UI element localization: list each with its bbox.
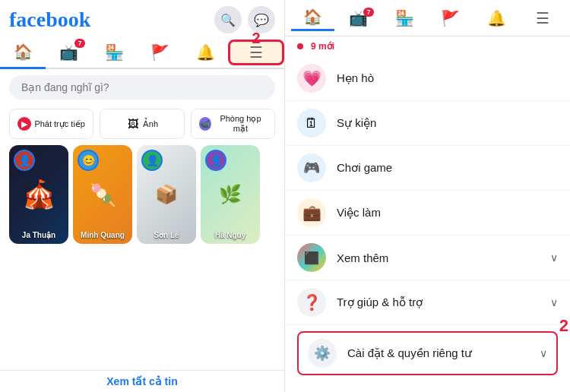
events-label: Sự kiện bbox=[337, 116, 558, 130]
right-nav-bell[interactable]: 🔔 bbox=[475, 6, 518, 30]
settings-highlighted-wrap: ⚙️ Cài đặt & quyền riêng tư ∨ 2 bbox=[291, 328, 564, 378]
post-input[interactable] bbox=[9, 75, 275, 100]
photo-button[interactable]: 🖼 Ảnh bbox=[100, 109, 184, 139]
right-marketplace-icon: 🏪 bbox=[395, 9, 414, 27]
story-label: Sơn Lê bbox=[137, 231, 196, 239]
dating-label: Hẹn hò bbox=[337, 71, 558, 85]
photo-label: Ảnh bbox=[143, 119, 158, 129]
story-item[interactable]: 🍡 😊 Minh Quang bbox=[73, 145, 132, 244]
left-header: facebook 🔍 💬 bbox=[0, 0, 284, 36]
video-badge: 7 bbox=[74, 39, 85, 48]
right-nav-marketplace[interactable]: 🏪 bbox=[383, 6, 426, 30]
nav-groups[interactable]: 🚩 bbox=[137, 37, 182, 68]
story-avatar: 👤 bbox=[205, 150, 226, 171]
jobs-label: Việc làm bbox=[337, 206, 558, 220]
more-icon: ⬛ bbox=[297, 243, 326, 272]
search-icon: 🔍 bbox=[220, 13, 236, 27]
story-label: Minh Quang bbox=[73, 231, 132, 239]
live-icon: ▶ bbox=[17, 117, 31, 131]
facebook-logo: facebook bbox=[9, 8, 90, 32]
bell-icon: 🔔 bbox=[196, 43, 215, 62]
nav-bar: 🏠 📺 7 🏪 🚩 🔔 2 ☰ bbox=[0, 36, 284, 69]
marketplace-icon: 🏪 bbox=[105, 43, 124, 62]
story-avatar: 👤 bbox=[14, 150, 35, 171]
right-nav-video[interactable]: 📺 7 bbox=[337, 6, 381, 30]
more-chevron: ∨ bbox=[550, 251, 558, 264]
nav-menu[interactable]: 2 ☰ bbox=[228, 40, 284, 65]
story-avatar: 😊 bbox=[78, 150, 99, 171]
story-label: Ja Thuận bbox=[9, 231, 68, 239]
right-nav-flag[interactable]: 🚩 bbox=[429, 6, 473, 30]
nav-video[interactable]: 📺 7 bbox=[46, 37, 91, 68]
settings-icon: ⚙️ bbox=[308, 339, 337, 368]
home-icon: 🏠 bbox=[14, 43, 33, 61]
dating-icon: 💗 bbox=[297, 64, 326, 93]
games-menu-item[interactable]: 🎮 Chơi game bbox=[285, 146, 570, 191]
story-item[interactable]: 🌿 👤 Hà Nguy bbox=[201, 145, 260, 244]
left-panel: facebook 🔍 💬 🏠 📺 7 🏪 🚩 🔔 2 bbox=[0, 0, 285, 392]
right-flag-icon: 🚩 bbox=[441, 9, 460, 27]
flag-icon: 🚩 bbox=[150, 43, 169, 62]
help-menu-item[interactable]: ❓ Trợ giúp & hỗ trợ ∨ bbox=[285, 280, 570, 325]
settings-chevron: ∨ bbox=[540, 347, 547, 359]
step2-label: 2 bbox=[559, 316, 568, 336]
story-label: Hà Nguy bbox=[201, 231, 260, 239]
story-item[interactable]: 📦 👤 Sơn Lê bbox=[137, 145, 196, 244]
notification-area: 9 mới bbox=[285, 36, 570, 56]
right-video-badge: 7 bbox=[363, 8, 374, 17]
nav-marketplace[interactable]: 🏪 bbox=[91, 37, 137, 68]
messenger-icon: 💬 bbox=[254, 13, 269, 27]
see-all-button[interactable]: Xem tất cả tin bbox=[0, 370, 284, 392]
right-home-icon: 🏠 bbox=[303, 8, 322, 26]
post-search-wrap bbox=[0, 69, 284, 106]
more-label: Xem thêm bbox=[337, 251, 540, 264]
nav-notifications[interactable]: 🔔 bbox=[182, 37, 228, 68]
room-icon: 📹 bbox=[199, 117, 211, 131]
room-button[interactable]: 📹 Phòng họp mặt bbox=[191, 109, 275, 139]
games-icon: 🎮 bbox=[297, 153, 326, 182]
right-panel: 🏠 📺 7 🏪 🚩 🔔 ☰ 9 mới 💗 Hẹn hò 🗓 Sự kiện bbox=[285, 0, 570, 392]
header-icons: 🔍 💬 bbox=[214, 6, 275, 33]
jobs-icon: 💼 bbox=[297, 198, 326, 227]
step1-label: 2 bbox=[252, 30, 260, 47]
events-icon: 🗓 bbox=[297, 109, 326, 138]
right-bell-icon: 🔔 bbox=[487, 9, 506, 27]
jobs-menu-item[interactable]: 💼 Việc làm bbox=[285, 191, 570, 236]
right-menu-icon: ☰ bbox=[536, 9, 549, 27]
help-label: Trợ giúp & hỗ trợ bbox=[337, 296, 540, 309]
help-icon: ❓ bbox=[297, 288, 326, 317]
more-menu-item[interactable]: ⬛ Xem thêm ∨ bbox=[285, 236, 570, 280]
quick-actions: ▶ Phát trực tiếp 🖼 Ảnh 📹 Phòng họp mặt bbox=[0, 106, 284, 145]
live-button[interactable]: ▶ Phát trực tiếp bbox=[9, 109, 93, 139]
dating-menu-item[interactable]: 💗 Hẹn hò bbox=[285, 56, 570, 101]
notification-text: 9 mới bbox=[311, 41, 334, 52]
games-label: Chơi game bbox=[337, 161, 558, 175]
settings-label: Cài đặt & quyền riêng tư bbox=[347, 346, 529, 360]
search-button[interactable]: 🔍 bbox=[214, 6, 242, 33]
right-nav: 🏠 📺 7 🏪 🚩 🔔 ☰ bbox=[285, 0, 570, 36]
stories-section: 🎪 👤 Ja Thuận 🍡 😊 Minh Quang 📦 👤 Sơn Lê 🌿 bbox=[0, 145, 284, 250]
photo-icon: 🖼 bbox=[126, 117, 140, 131]
settings-menu-item[interactable]: ⚙️ Cài đặt & quyền riêng tư ∨ bbox=[297, 331, 558, 375]
live-label: Phát trực tiếp bbox=[34, 119, 85, 129]
events-menu-item[interactable]: 🗓 Sự kiện bbox=[285, 101, 570, 146]
right-nav-menu[interactable]: ☰ bbox=[521, 6, 565, 30]
nav-home[interactable]: 🏠 bbox=[0, 36, 46, 69]
right-nav-home[interactable]: 🏠 bbox=[291, 5, 334, 31]
notification-dot bbox=[297, 43, 303, 49]
room-label: Phòng họp mặt bbox=[214, 114, 267, 134]
story-item[interactable]: 🎪 👤 Ja Thuận bbox=[9, 145, 68, 244]
help-chevron: ∨ bbox=[550, 296, 558, 308]
story-avatar: 👤 bbox=[141, 150, 163, 171]
